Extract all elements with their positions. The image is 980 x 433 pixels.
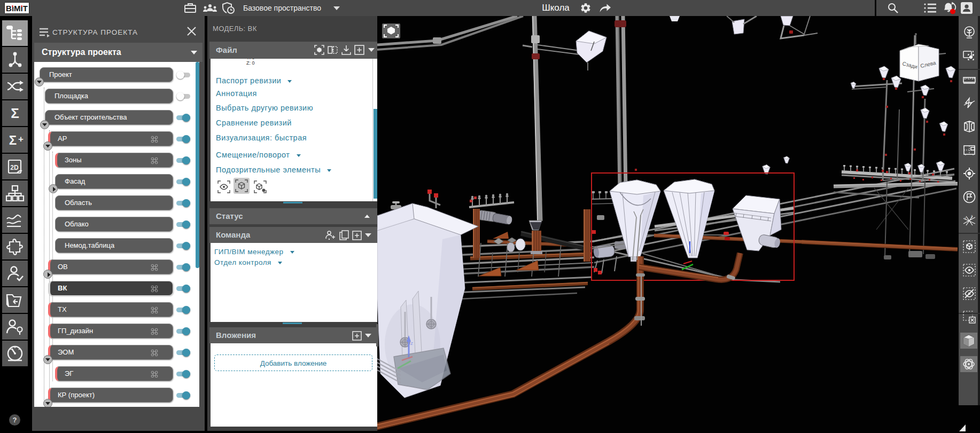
svg-text:2D: 2D xyxy=(10,164,19,171)
svg-text:+: + xyxy=(18,134,24,144)
svg-text:Σ: Σ xyxy=(11,105,19,121)
svg-text:Σ: Σ xyxy=(9,133,17,147)
svg-text:2: 2 xyxy=(971,215,973,218)
